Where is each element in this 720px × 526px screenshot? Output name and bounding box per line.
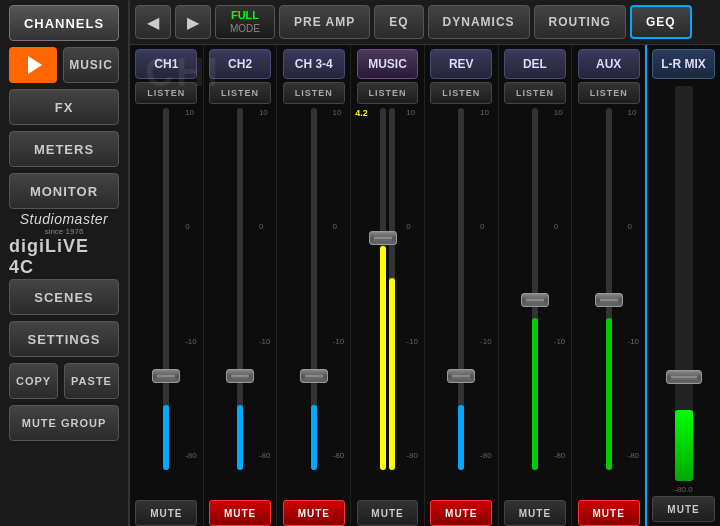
channel-label-2[interactable]: CH 3-4 [283, 49, 345, 79]
fader-handle-2[interactable] [300, 369, 328, 383]
channel-strip-6: AUX LISTEN 10 0 -10 -80 MUTE [572, 45, 645, 526]
fader-track-main-0[interactable] [163, 108, 169, 470]
fader-track-container-1 [206, 108, 275, 470]
geq-mute-button[interactable]: MUTE [652, 496, 714, 522]
channel-strips: CH1 LISTEN 10 0 -10 -80 MUTE CH2 LISTE [130, 45, 645, 526]
geq-db-label: -80.0 [674, 485, 692, 494]
fader-level-3 [380, 246, 386, 470]
channel-strip-2: CH 3-4 LISTEN 10 0 -10 -80 MUTE [277, 45, 351, 526]
fader-level-6 [606, 318, 612, 470]
fader-track-container-5 [501, 108, 570, 470]
fader-area-1: 10 0 -10 -80 [206, 108, 275, 500]
logo-area: Studiomaster since 1976 digiLiVE 4C [9, 219, 119, 269]
channel-strip-0: CH1 LISTEN 10 0 -10 -80 MUTE [130, 45, 204, 526]
fader-track-main-2[interactable] [311, 108, 317, 470]
geq-level-bar [675, 410, 693, 481]
fader-area-4: 10 0 -10 -80 [427, 108, 496, 500]
fx-button[interactable]: FX [9, 89, 119, 125]
channel-mute-4[interactable]: MUTE [430, 500, 492, 526]
fader-track-container-6 [574, 108, 643, 470]
channel-strip-5: DEL LISTEN 10 0 -10 -80 MUTE [499, 45, 573, 526]
logo-brand: Studiomaster [20, 211, 108, 227]
geq-panel: L-R MIX -80.0 MUTE [645, 45, 720, 526]
fader-area-6: 10 0 -10 -80 [574, 108, 643, 500]
fader-area-3: 10 0 -10 -80 4.2 [353, 108, 422, 500]
channel-mute-0[interactable]: MUTE [135, 500, 197, 526]
main-area: ◀ ▶ FULL MODE PRE AMP EQ DYNAMICS ROUTIN… [130, 0, 720, 526]
channel-strip-3: MUSIC LISTEN 10 0 -10 -80 4.2 [351, 45, 425, 526]
channel-label-6[interactable]: AUX [578, 49, 640, 79]
fader-handle-3[interactable] [369, 231, 397, 245]
nav-next-button[interactable]: ▶ [175, 5, 211, 39]
channel-listen-3[interactable]: LISTEN [357, 82, 419, 104]
channel-mute-6[interactable]: MUTE [578, 500, 640, 526]
preamp-button[interactable]: PRE AMP [279, 5, 370, 39]
channel-strip-1: CH2 LISTEN 10 0 -10 -80 MUTE [204, 45, 278, 526]
fader-track-main-3[interactable] [380, 108, 386, 470]
mute-group-button[interactable]: MUTE GROUP [9, 405, 119, 441]
fader-handle-1[interactable] [226, 369, 254, 383]
sidebar: CHANNELS MUSIC FX METERS MONITOR Studiom… [0, 0, 130, 526]
full-label: FULL [231, 9, 259, 22]
fader-track-main-4[interactable] [458, 108, 464, 470]
geq-fader-track[interactable] [675, 86, 693, 481]
full-mode-button[interactable]: FULL MODE [215, 5, 275, 39]
fader-track-container-2 [279, 108, 348, 470]
fader-handle-5[interactable] [521, 293, 549, 307]
fader-area-0: 10 0 -10 -80 [132, 108, 201, 500]
settings-button[interactable]: SETTINGS [9, 321, 119, 357]
channel-strip-4: REV LISTEN 10 0 -10 -80 MUTE [425, 45, 499, 526]
meters-button[interactable]: METERS [9, 131, 119, 167]
eq-button[interactable]: EQ [374, 5, 423, 39]
geq-fader-area [649, 82, 718, 485]
fader-handle-0[interactable] [152, 369, 180, 383]
channels-area: CH1 LISTEN 10 0 -10 -80 MUTE CH2 LISTE [130, 45, 720, 526]
channels-button[interactable]: CHANNELS [9, 5, 119, 41]
channel-listen-4[interactable]: LISTEN [430, 82, 492, 104]
channel-listen-1[interactable]: LISTEN [209, 82, 271, 104]
channel-label-1[interactable]: CH2 [209, 49, 271, 79]
channel-mute-1[interactable]: MUTE [209, 500, 271, 526]
copy-button[interactable]: COPY [9, 363, 58, 399]
channel-listen-0[interactable]: LISTEN [135, 82, 197, 104]
top-nav: ◀ ▶ FULL MODE PRE AMP EQ DYNAMICS ROUTIN… [130, 0, 720, 45]
fader-track-b-3[interactable] [389, 108, 395, 470]
geq-button[interactable]: GEQ [630, 5, 692, 39]
fader-track-container-4 [427, 108, 496, 470]
channel-label-4[interactable]: REV [430, 49, 492, 79]
music-button[interactable]: MUSIC [63, 47, 119, 83]
channel-mute-5[interactable]: MUTE [504, 500, 566, 526]
copy-paste-row: COPY PASTE [9, 363, 119, 399]
fader-level-1 [237, 405, 243, 470]
fader-area-5: 10 0 -10 -80 [501, 108, 570, 500]
channel-label-3[interactable]: MUSIC [357, 49, 419, 79]
channel-label-0[interactable]: CH1 [135, 49, 197, 79]
nav-prev-button[interactable]: ◀ [135, 5, 171, 39]
fader-track-main-1[interactable] [237, 108, 243, 470]
fader-handle-4[interactable] [447, 369, 475, 383]
fader-handle-6[interactable] [595, 293, 623, 307]
lr-mix-button[interactable]: L-R MIX [652, 49, 714, 79]
fader-track-main-5[interactable] [532, 108, 538, 470]
play-music-row: MUSIC [9, 47, 119, 83]
fader-area-2: 10 0 -10 -80 [279, 108, 348, 500]
channel-listen-5[interactable]: LISTEN [504, 82, 566, 104]
routing-button[interactable]: ROUTING [534, 5, 626, 39]
fader-level-2 [311, 405, 317, 470]
paste-button[interactable]: PASTE [64, 363, 119, 399]
channel-mute-2[interactable]: MUTE [283, 500, 345, 526]
fader-level-5 [532, 318, 538, 470]
fader-level-4 [458, 405, 464, 470]
monitor-button[interactable]: MONITOR [9, 173, 119, 209]
play-button[interactable] [9, 47, 57, 83]
dynamics-button[interactable]: DYNAMICS [428, 5, 530, 39]
channel-label-5[interactable]: DEL [504, 49, 566, 79]
fader-track-main-6[interactable] [606, 108, 612, 470]
fader-level-0 [163, 405, 169, 470]
scenes-button[interactable]: SCENES [9, 279, 119, 315]
channel-listen-6[interactable]: LISTEN [578, 82, 640, 104]
channel-listen-2[interactable]: LISTEN [283, 82, 345, 104]
mode-label: MODE [230, 23, 260, 35]
channel-mute-3[interactable]: MUTE [357, 500, 419, 526]
geq-fader-handle[interactable] [666, 370, 702, 384]
